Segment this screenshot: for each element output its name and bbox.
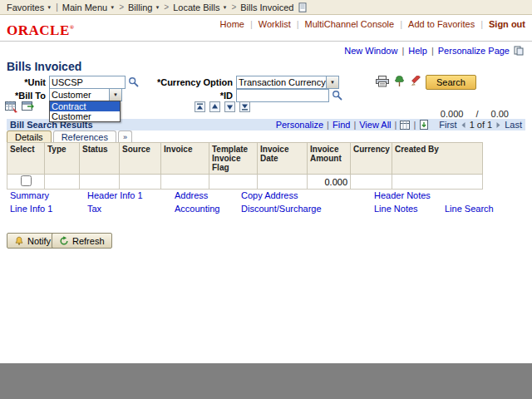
tax-link[interactable]: Tax	[87, 204, 101, 214]
breadcrumb-locate-bills[interactable]: Locate Bills ▼	[170, 2, 229, 12]
grid-export-icon[interactable]	[22, 101, 35, 113]
oracle-header: ORACLE® Home | Worklist | MultiChannel C…	[0, 15, 532, 42]
cell-invoice-amount: 0.000	[308, 175, 351, 190]
address-link[interactable]: Address	[175, 190, 208, 200]
cell-status	[80, 175, 120, 190]
accounting-link[interactable]: Accounting	[175, 204, 219, 214]
find-link[interactable]: Find	[332, 120, 350, 130]
tab-references[interactable]: References	[53, 131, 116, 142]
next-row-icon[interactable]	[224, 101, 235, 112]
search-button[interactable]: Search	[426, 75, 476, 90]
separator: |	[395, 120, 397, 130]
header-info-1-link[interactable]: Header Info 1	[87, 190, 143, 200]
row-select-checkbox[interactable]	[21, 175, 32, 186]
add-to-favorites-link[interactable]: Add to Favorites	[408, 19, 475, 29]
breadcrumb-bills-invoiced[interactable]: Bills Invoiced	[238, 2, 296, 12]
pager-last-link[interactable]: Last	[505, 120, 522, 130]
header-notes-link[interactable]: Header Notes	[374, 190, 431, 200]
separator: |	[400, 19, 402, 29]
bill-to-value: Customer	[50, 89, 109, 101]
line-notes-link[interactable]: Line Notes	[374, 204, 418, 214]
id-label: *ID	[166, 91, 233, 101]
registered-mark: ®	[70, 24, 75, 31]
pager-position: 1 of 1	[470, 120, 493, 130]
breadcrumb-favorites-label: Favorites	[7, 2, 44, 12]
table-row: 0.000	[7, 175, 483, 190]
next-page-icon[interactable]	[495, 121, 502, 129]
column-header-type: Type	[45, 143, 80, 175]
bill-to-dropdown-list: Contract Customer	[49, 101, 121, 122]
copy-link-icon[interactable]	[514, 46, 524, 56]
breadcrumb-billing-label: Billing	[128, 2, 152, 12]
breadcrumb-main-menu-label: Main Menu	[62, 2, 107, 12]
breadcrumb-main-menu[interactable]: Main Menu ▼	[60, 2, 117, 12]
chevron-down-icon: ▼	[326, 76, 338, 88]
previous-page-icon[interactable]	[460, 121, 467, 129]
discount-surcharge-link[interactable]: Discount/Surcharge	[241, 204, 322, 214]
copy-address-link[interactable]: Copy Address	[241, 190, 298, 200]
bill-to-label: *Bill To	[0, 91, 46, 101]
plant-icon[interactable]	[394, 76, 405, 87]
oracle-logo: ORACLE®	[7, 22, 74, 41]
new-window-link[interactable]: New Window	[344, 46, 397, 56]
pager-first-link[interactable]: First	[439, 120, 456, 130]
last-row-icon[interactable]	[239, 101, 250, 112]
id-input[interactable]	[236, 89, 329, 102]
separator: >	[162, 2, 170, 12]
printer-icon[interactable]	[376, 76, 389, 87]
column-header-created-by: Created By	[392, 143, 483, 175]
breadcrumb-locate-bills-label: Locate Bills	[173, 2, 219, 12]
results-grid: Select Type Status Source Invoice Templa…	[7, 142, 483, 190]
signout-link[interactable]: Sign out	[489, 19, 525, 29]
notify-label: Notify	[27, 236, 51, 246]
help-link[interactable]: Help	[408, 46, 427, 56]
document-icon[interactable]	[298, 2, 308, 12]
chevron-down-icon: ▼	[222, 5, 227, 10]
separator: |	[431, 46, 434, 56]
separator: |	[401, 46, 404, 56]
dropdown-option-customer[interactable]: Customer	[50, 111, 120, 121]
refresh-button[interactable]: Refresh	[52, 233, 112, 249]
line-search-link[interactable]: Line Search	[445, 204, 494, 214]
chevron-down-icon: ▼	[109, 89, 121, 101]
cell-type	[45, 175, 80, 190]
breadcrumb-billing[interactable]: Billing ▼	[126, 2, 162, 12]
currency-option-select[interactable]: Transaction Currency ▼	[236, 76, 339, 89]
personalize-layout-icon[interactable]	[400, 121, 410, 130]
tab-details[interactable]: Details	[7, 131, 52, 142]
view-all-link[interactable]: View All	[359, 120, 391, 130]
previous-row-icon[interactable]	[209, 101, 220, 112]
grid-settings-icon[interactable]	[5, 101, 18, 113]
page-content: *Unit *Currency Option Transaction Curre…	[0, 75, 532, 363]
notify-button[interactable]: Notify	[7, 233, 58, 249]
bill-to-select[interactable]: Customer ▼	[49, 88, 122, 101]
unit-label: *Unit	[0, 77, 46, 87]
refresh-icon	[59, 236, 69, 246]
personalize-page-link[interactable]: Personalize Page	[438, 46, 510, 56]
unit-input[interactable]	[49, 76, 126, 89]
cell-source	[120, 175, 161, 190]
download-to-excel-icon[interactable]	[419, 120, 429, 130]
dropdown-option-contract[interactable]: Contract	[50, 101, 120, 111]
column-header-invoice: Invoice	[161, 143, 209, 175]
id-lookup-icon[interactable]	[332, 90, 342, 101]
bills-invoiced-page: Favorites ▼ | Main Menu ▼ > Billing ▼ > …	[0, 0, 532, 363]
separator: |	[250, 19, 253, 29]
line-info-1-link[interactable]: Line Info 1	[10, 204, 52, 214]
pencil-icon[interactable]	[411, 76, 421, 86]
show-all-columns-icon[interactable]: »	[118, 131, 132, 142]
page-action-bar: New Window | Help | Personalize Page	[0, 42, 532, 57]
breadcrumb-favorites[interactable]: Favorites ▼	[4, 2, 54, 12]
worklist-link[interactable]: Worklist	[259, 19, 291, 29]
result-tabs: Details References »	[7, 131, 132, 142]
separator: |	[353, 120, 356, 130]
first-row-icon[interactable]	[195, 101, 205, 112]
home-link[interactable]: Home	[220, 19, 244, 29]
summary-link[interactable]: Summary	[10, 190, 49, 200]
totals: 0.000 / 0.00	[441, 109, 509, 119]
breadcrumb-bills-invoiced-label: Bills Invoiced	[240, 2, 293, 12]
cell-invoice	[161, 175, 209, 190]
personalize-link[interactable]: Personalize	[276, 120, 323, 130]
cell-invoice-date	[258, 175, 308, 190]
multichannel-console-link[interactable]: MultiChannel Console	[305, 19, 395, 29]
